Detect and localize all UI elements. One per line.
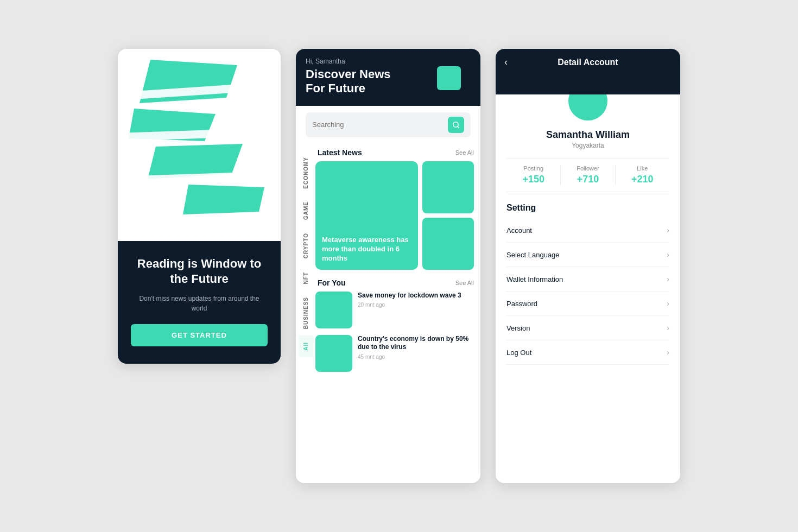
settings-list: Account › Select Language › Wallet Infor… <box>506 218 669 365</box>
news-list-item-2[interactable]: Country's economy is down by 50% due to … <box>315 335 474 372</box>
greeting-text: Hi, Samantha <box>306 58 471 65</box>
screen-splash: Reading is Window to the Future Don't mi… <box>118 49 281 364</box>
for-you-title: For You <box>318 278 346 287</box>
search-input[interactable] <box>312 121 448 129</box>
profile-location: Yogyakarta <box>506 142 669 149</box>
news-info-2: Country's economy is down by 50% due to … <box>358 335 474 360</box>
settings-item-password[interactable]: Password › <box>506 292 669 316</box>
stat-like: Like +210 <box>616 165 669 185</box>
stat-posting-value: +150 <box>506 174 560 185</box>
settings-language-label: Select Language <box>506 251 560 259</box>
settings-wallet-label: Wallet Information <box>506 275 563 283</box>
for-you-section: For You See All Save money for lockdown … <box>315 278 474 372</box>
search-button[interactable] <box>448 117 464 133</box>
category-game[interactable]: GAME <box>299 195 313 226</box>
latest-news-title: Latest News <box>318 148 362 157</box>
category-crypto[interactable]: CRYPTO <box>299 226 313 265</box>
category-all[interactable]: All <box>299 335 313 357</box>
settings-account-label: Account <box>506 226 532 235</box>
account-header: ‹ Detail Account <box>496 49 680 94</box>
splash-illustration <box>118 49 281 241</box>
news-header: Hi, Samantha Discover News For Future <box>296 49 480 106</box>
svg-marker-3 <box>183 185 264 214</box>
chevron-right-icon: › <box>667 250 669 259</box>
chevron-right-icon: › <box>667 226 669 235</box>
chevron-right-icon: › <box>667 299 669 308</box>
settings-item-language[interactable]: Select Language › <box>506 243 669 267</box>
news-time-2: 45 mnt ago <box>358 354 474 360</box>
stat-posting: Posting +150 <box>506 165 561 185</box>
settings-password-label: Password <box>506 300 537 308</box>
settings-item-account[interactable]: Account › <box>506 218 669 243</box>
news-thumb-2 <box>315 335 352 372</box>
stat-like-label: Like <box>616 165 669 172</box>
latest-news-see-all[interactable]: See All <box>455 149 474 156</box>
featured-main-text: Metaverse awareness has more than double… <box>315 229 418 270</box>
screen-account: ‹ Detail Account Samantha William Yogyak… <box>496 49 680 483</box>
settings-item-wallet[interactable]: Wallet Information › <box>506 267 669 292</box>
featured-news-block: Metaverse awareness has more than double… <box>315 161 474 270</box>
chevron-right-icon: › <box>667 275 669 283</box>
news-list-item-1[interactable]: Save money for lockdown wave 3 20 mnt ag… <box>315 292 474 328</box>
stat-follower-label: Follower <box>561 165 615 172</box>
latest-news-header: Latest News See All <box>315 148 474 157</box>
splash-subtext: Don't miss news updates from around the … <box>131 294 268 313</box>
get-started-button[interactable]: GET STARTED <box>131 324 268 346</box>
profile-name: Samantha William <box>506 129 669 141</box>
settings-logout-label: Log Out <box>506 349 531 357</box>
for-you-header: For You See All <box>315 278 474 287</box>
stat-like-value: +210 <box>616 174 669 185</box>
featured-side-articles <box>422 161 474 270</box>
featured-side-item-1[interactable] <box>422 161 474 213</box>
chevron-right-icon: › <box>667 324 669 332</box>
news-content: Latest News See All Metaverse awareness … <box>315 142 480 483</box>
screen-news-feed: Hi, Samantha Discover News For Future <box>296 49 480 483</box>
news-thumb-1 <box>315 292 352 328</box>
chevron-right-icon: › <box>667 348 669 357</box>
stats-row: Posting +150 Follower +710 Like +210 <box>506 158 669 192</box>
featured-side-item-2[interactable] <box>422 218 474 270</box>
screens-container: Reading is Window to the Future Don't mi… <box>96 27 702 505</box>
news-time-1: 20 mnt ago <box>358 302 461 308</box>
news-body: ECONOMY GAME CRYPTO NFT BUSINESS All Lat… <box>296 142 480 483</box>
profile-avatar <box>566 94 610 123</box>
news-title-2: Country's economy is down by 50% due to … <box>358 335 474 352</box>
settings-item-version[interactable]: Version › <box>506 316 669 340</box>
for-you-see-all[interactable]: See All <box>455 280 474 286</box>
splash-heading: Reading is Window to the Future <box>131 256 268 287</box>
stat-posting-label: Posting <box>506 165 560 172</box>
header-inner: Hi, Samantha Discover News For Future <box>306 58 471 96</box>
news-info-1: Save money for lockdown wave 3 20 mnt ag… <box>358 292 461 308</box>
back-button[interactable]: ‹ <box>504 56 508 68</box>
search-bar <box>306 112 471 137</box>
settings-section-title: Setting <box>506 203 669 213</box>
svg-line-8 <box>458 126 459 128</box>
stat-follower-value: +710 <box>561 174 615 185</box>
category-nft[interactable]: NFT <box>299 265 313 290</box>
settings-version-label: Version <box>506 324 530 332</box>
splash-bottom: Reading is Window to the Future Don't mi… <box>118 241 281 364</box>
avatar[interactable] <box>437 66 461 90</box>
stat-follower: Follower +710 <box>561 165 615 185</box>
account-header-title: Detail Account <box>558 58 618 67</box>
featured-main-article[interactable]: Metaverse awareness has more than double… <box>315 161 418 270</box>
category-business[interactable]: BUSINESS <box>299 290 313 335</box>
news-title-1: Save money for lockdown wave 3 <box>358 292 461 300</box>
account-body: Samantha William Yogyakarta Posting +150… <box>496 94 680 483</box>
category-sidebar: ECONOMY GAME CRYPTO NFT BUSINESS All <box>296 142 315 483</box>
settings-item-logout[interactable]: Log Out › <box>506 340 669 365</box>
category-economy[interactable]: ECONOMY <box>299 150 313 195</box>
